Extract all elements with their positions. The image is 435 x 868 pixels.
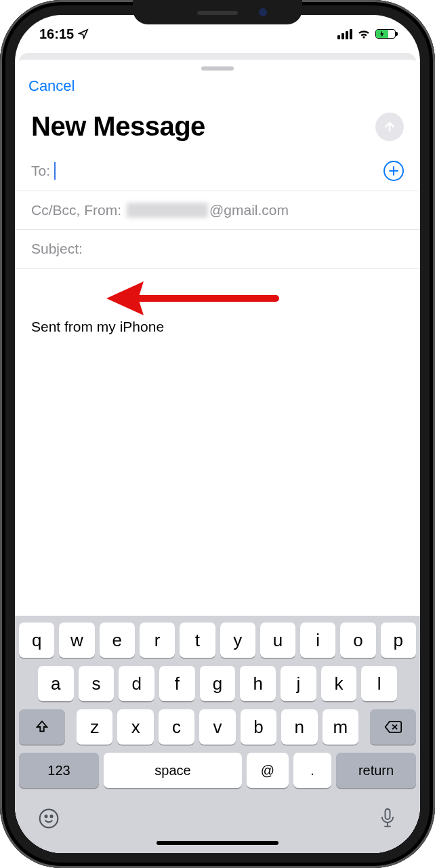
key-f[interactable]: f: [159, 666, 195, 701]
ccbcc-from-field[interactable]: Cc/Bcc, From: @gmail.com: [15, 191, 420, 230]
dictation-key[interactable]: [378, 807, 397, 833]
emoji-key[interactable]: [38, 808, 60, 832]
shift-key[interactable]: [19, 709, 65, 745]
key-y[interactable]: y: [220, 623, 255, 658]
to-label: To:: [31, 163, 50, 179]
home-indicator[interactable]: [157, 841, 278, 845]
key-a[interactable]: a: [38, 666, 74, 701]
status-time: 16:15: [39, 26, 74, 42]
compose-title: New Message: [31, 111, 205, 142]
at-key[interactable]: @: [247, 753, 289, 788]
annotation-arrow-icon: [103, 278, 279, 319]
key-p[interactable]: p: [381, 623, 416, 658]
delete-key[interactable]: [370, 709, 416, 745]
email-signature: Sent from my iPhone: [31, 319, 404, 335]
microphone-icon: [378, 807, 397, 830]
key-e[interactable]: e: [100, 623, 135, 658]
key-u[interactable]: u: [260, 623, 295, 658]
cancel-button[interactable]: Cancel: [28, 77, 75, 95]
svg-point-2: [51, 815, 53, 817]
key-o[interactable]: o: [340, 623, 375, 658]
text-cursor: [54, 162, 56, 180]
key-i[interactable]: i: [300, 623, 335, 658]
shift-icon: [35, 719, 49, 734]
key-h[interactable]: h: [240, 666, 276, 701]
plus-icon: [388, 165, 400, 177]
key-r[interactable]: r: [140, 623, 175, 658]
battery-icon: [375, 29, 396, 39]
screen: 16:15 Cancel New Message: [15, 15, 420, 853]
subject-field[interactable]: Subject:: [15, 230, 420, 269]
key-w[interactable]: w: [59, 623, 94, 658]
cellular-signal-icon: [337, 29, 352, 39]
svg-rect-3: [386, 809, 390, 819]
notch: [133, 0, 302, 24]
keyboard: qwertyuiop asdfghjkl zxcvbnm 123 space @…: [15, 616, 420, 853]
location-icon: [78, 28, 89, 39]
redacted-email-prefix: [127, 203, 208, 218]
key-j[interactable]: j: [281, 666, 316, 701]
key-k[interactable]: k: [321, 666, 357, 701]
key-v[interactable]: v: [199, 709, 235, 745]
key-b[interactable]: b: [241, 709, 276, 745]
ccbcc-from-label: Cc/Bcc, From:: [31, 202, 121, 218]
key-l[interactable]: l: [361, 666, 397, 701]
svg-point-1: [45, 815, 47, 817]
send-button[interactable]: [375, 113, 404, 141]
emoji-icon: [38, 808, 60, 829]
iphone-frame: 16:15 Cancel New Message: [0, 0, 435, 868]
subject-label: Subject:: [31, 241, 83, 257]
space-key[interactable]: space: [104, 753, 242, 788]
key-t[interactable]: t: [180, 623, 215, 658]
period-key[interactable]: .: [293, 753, 331, 788]
key-z[interactable]: z: [77, 709, 112, 745]
svg-point-0: [40, 810, 58, 828]
key-g[interactable]: g: [200, 666, 236, 701]
key-m[interactable]: m: [323, 709, 358, 745]
key-n[interactable]: n: [281, 709, 317, 745]
wifi-icon: [357, 29, 371, 39]
key-q[interactable]: q: [19, 623, 54, 658]
key-d[interactable]: d: [119, 666, 154, 701]
key-s[interactable]: s: [79, 666, 115, 701]
message-body[interactable]: Sent from my iPhone: [15, 269, 420, 616]
key-c[interactable]: c: [159, 709, 194, 745]
from-email-suffix: @gmail.com: [209, 202, 289, 218]
compose-sheet: Cancel New Message To: Cc/Bcc, From: @gm…: [15, 60, 420, 853]
to-field[interactable]: To:: [15, 151, 420, 191]
return-key[interactable]: return: [336, 753, 416, 788]
arrow-up-icon: [383, 120, 396, 134]
key-x[interactable]: x: [117, 709, 153, 745]
add-contact-button[interactable]: [384, 161, 404, 181]
backspace-icon: [384, 720, 402, 734]
numbers-key[interactable]: 123: [19, 753, 99, 788]
